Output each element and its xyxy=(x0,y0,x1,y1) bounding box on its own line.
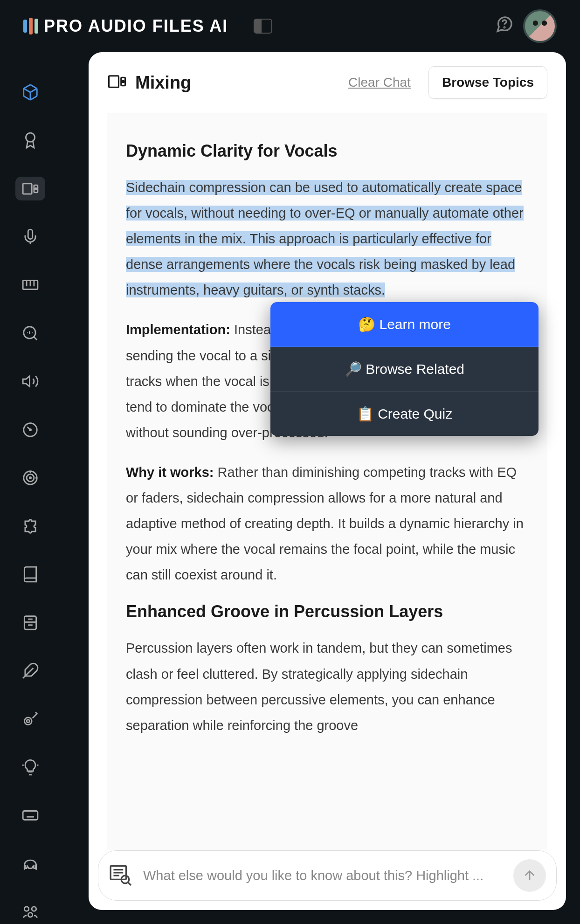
svg-point-18 xyxy=(29,477,31,479)
sidebar-item-mammoth[interactable] xyxy=(15,852,45,876)
svg-rect-19 xyxy=(24,616,36,629)
sidebar-item-gauge[interactable] xyxy=(15,418,45,441)
sidebar xyxy=(0,52,61,924)
clear-chat-link[interactable]: Clear Chat xyxy=(348,75,411,90)
article-paragraph-why: Why it works: Rather than diminishing co… xyxy=(126,460,529,588)
svg-point-35 xyxy=(24,907,29,911)
chat-input-field[interactable] xyxy=(143,868,502,883)
sidebar-item-piano[interactable] xyxy=(15,273,45,297)
svg-rect-29 xyxy=(23,811,38,820)
sidebar-item-guitar[interactable] xyxy=(15,707,45,731)
svg-point-25 xyxy=(27,720,29,723)
sidebar-item-cube[interactable] xyxy=(15,80,45,104)
sidebar-item-archive[interactable] xyxy=(15,611,45,634)
sidebar-item-puzzle[interactable] xyxy=(15,514,45,538)
selection-context-menu: 🤔 Learn more 🔎 Browse Related 📋 Create Q… xyxy=(270,302,539,436)
svg-line-46 xyxy=(128,883,131,885)
article-heading-1: Dynamic Clarity for Vocals xyxy=(126,141,529,161)
sidebar-item-idea[interactable] xyxy=(15,755,45,779)
logo-bars-icon xyxy=(23,18,38,34)
sidebar-item-keyboard[interactable] xyxy=(15,804,45,827)
sidebar-item-award[interactable] xyxy=(15,128,45,152)
context-create-quiz-button[interactable]: 📋 Create Quiz xyxy=(270,392,539,436)
svg-point-40 xyxy=(122,81,124,83)
svg-point-15 xyxy=(29,429,31,430)
content-card: Mixing Clear Chat Browse Topics Dynamic … xyxy=(89,52,566,910)
sidebar-item-speaker[interactable] xyxy=(15,370,45,393)
context-browse-related-button[interactable]: 🔎 Browse Related xyxy=(270,347,539,392)
send-button[interactable] xyxy=(513,859,546,892)
context-learn-more-button[interactable]: 🤔 Learn more xyxy=(270,302,539,347)
sidebar-item-search-sound[interactable] xyxy=(15,321,45,345)
svg-line-12 xyxy=(34,337,37,340)
svg-point-36 xyxy=(32,907,36,911)
article-heading-2: Enhanced Groove in Percussion Layers xyxy=(126,602,529,621)
article-body: Dynamic Clarity for Vocals Sidechain com… xyxy=(89,113,566,850)
svg-rect-38 xyxy=(109,76,119,88)
user-avatar[interactable] xyxy=(523,9,557,43)
sidebar-item-group[interactable] xyxy=(15,900,45,924)
svg-point-24 xyxy=(24,717,32,725)
article-paragraph-highlighted[interactable]: Sidechain compression can be used to aut… xyxy=(126,175,529,303)
sidebar-item-target[interactable] xyxy=(15,466,45,490)
svg-point-37 xyxy=(28,913,33,917)
sidebar-item-book[interactable] xyxy=(15,562,45,586)
sidebar-item-feather[interactable] xyxy=(15,659,45,683)
page-title: Mixing xyxy=(135,73,340,93)
panel-toggle-button[interactable] xyxy=(254,19,272,34)
svg-point-5 xyxy=(35,188,36,189)
article-paragraph-percussion: Percussion layers often work in tandem, … xyxy=(126,635,529,738)
sidebar-item-mixing[interactable] xyxy=(15,177,45,200)
svg-marker-13 xyxy=(23,376,29,386)
list-search-icon[interactable] xyxy=(109,863,132,888)
chat-input-bar xyxy=(98,850,557,901)
svg-point-2 xyxy=(26,133,35,142)
brand-logo[interactable]: PRO AUDIO FILES AI xyxy=(23,16,228,36)
main-layout: Mixing Clear Chat Browse Topics Dynamic … xyxy=(0,52,580,924)
svg-point-0 xyxy=(504,27,505,28)
svg-rect-3 xyxy=(23,184,32,194)
browse-topics-button[interactable]: Browse Topics xyxy=(428,66,547,99)
help-icon[interactable] xyxy=(495,15,514,38)
brand-text: PRO AUDIO FILES AI xyxy=(44,16,228,36)
app-header: PRO AUDIO FILES AI xyxy=(0,0,580,52)
mixing-icon xyxy=(107,72,127,93)
sidebar-item-microphone[interactable] xyxy=(15,225,45,248)
card-header: Mixing Clear Chat Browse Topics xyxy=(89,52,566,113)
